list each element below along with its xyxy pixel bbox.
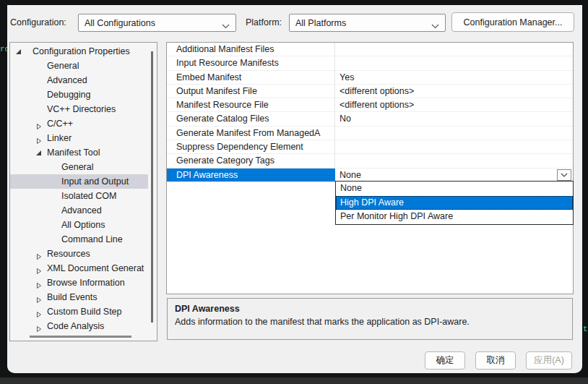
property-row[interactable]: Generate Category Tags [167, 154, 573, 168]
tree-item-resources[interactable]: Resources [10, 247, 148, 261]
property-value-dpi-awareness[interactable]: None [335, 168, 573, 182]
tree-item-label: Build Events [47, 292, 97, 302]
property-help-panel: DPI Awareness Adds information to the ma… [167, 298, 573, 340]
property-row[interactable]: Output Manifest File<different options> [167, 85, 573, 98]
ok-button-label: 确定 [436, 354, 454, 367]
property-value[interactable] [335, 140, 573, 153]
property-name: DPI Awareness [167, 168, 335, 182]
tree-item-build-events[interactable]: Build Events [10, 290, 148, 304]
property-value[interactable] [335, 56, 573, 69]
tree-item-command-line[interactable]: Command Line [10, 232, 148, 247]
tree-item-custom-build-step[interactable]: Custom Build Step [10, 304, 148, 319]
platform-dropdown-value: All Platforms [295, 18, 346, 28]
tree-item-label: Manifest Tool [47, 148, 100, 158]
dpi-awareness-dropdown-list: None High DPI Aware Per Monitor High DPI… [335, 181, 574, 225]
platform-dropdown[interactable]: All Platforms [289, 14, 446, 32]
configuration-label: Configuration: [10, 14, 66, 32]
help-description: Adds information to the manifest that ma… [175, 317, 565, 327]
background-taskbar-strip [0, 377, 588, 384]
tree-item-label: Custom Build Step [47, 307, 122, 317]
property-name: Generate Manifest From ManagedA [167, 127, 335, 140]
cancel-button-label: 取消 [487, 354, 505, 367]
tree-item-manifest-general[interactable]: General [10, 160, 148, 174]
tree-item-input-and-output[interactable]: Input and Output [10, 174, 148, 189]
tree-item-vcpp-directories[interactable]: VC++ Directories [10, 102, 148, 116]
property-grid: Additional Manifest Files Input Resource… [166, 42, 574, 294]
property-pages-dialog: Configuration: All Configurations Platfo… [7, 5, 582, 373]
value-dropdown-button[interactable] [557, 169, 571, 181]
apply-button-label: 应用(A) [534, 354, 564, 367]
property-value[interactable] [335, 43, 573, 56]
dropdown-option-none[interactable]: None [336, 182, 573, 196]
property-name: Additional Manifest Files [167, 43, 335, 56]
chevron-down-icon [222, 21, 230, 31]
configuration-manager-button-label: Configuration Manager... [464, 17, 563, 27]
tree-item-xml-document-generator[interactable]: XML Document Generat [10, 261, 148, 276]
configuration-dropdown[interactable]: All Configurations [78, 14, 236, 32]
tree-item-label: Isolated COM [61, 191, 116, 201]
tree-item-c-cpp[interactable]: C/C++ [10, 116, 148, 131]
property-value[interactable] [335, 127, 573, 140]
platform-label: Platform: [246, 14, 282, 32]
property-row[interactable]: Input Resource Manifests [167, 56, 573, 70]
property-row[interactable]: Suppress Dependency Element [167, 140, 573, 154]
property-row[interactable]: Generate Catalog FilesNo [167, 112, 573, 126]
chevron-down-icon [561, 173, 568, 177]
tree-item-label: VC++ Directories [47, 104, 116, 114]
tree-item-manifest-advanced[interactable]: Advanced [10, 203, 148, 218]
tree-item-label: C/C++ [47, 119, 73, 129]
tree-expanded-icon[interactable] [16, 49, 21, 54]
tree-item-advanced[interactable]: Advanced [10, 73, 148, 88]
tree-item-label: Browse Information [47, 278, 125, 288]
tree-item-label: General [47, 61, 79, 71]
tree-item-isolated-com[interactable]: Isolated COM [10, 189, 148, 203]
tree-item-label: Advanced [47, 75, 87, 85]
tree-item-label: All Options [61, 220, 105, 230]
dropdown-option-high-dpi-aware[interactable]: High DPI Aware [336, 196, 573, 210]
tree-item-general[interactable]: General [10, 59, 148, 73]
property-name: Generate Catalog Files [167, 112, 335, 125]
dpi-awareness-value: None [340, 170, 361, 180]
chevron-down-icon [431, 21, 439, 31]
tree-item-label: Input and Output [61, 176, 129, 187]
dropdown-option-per-monitor-high-dpi-aware[interactable]: Per Monitor High DPI Aware [336, 210, 573, 224]
tree-item-label: Debugging [47, 90, 90, 100]
property-value[interactable] [335, 154, 573, 167]
property-row[interactable]: Manifest Resource File<different options… [167, 98, 573, 112]
property-name: Suppress Dependency Element [167, 140, 335, 153]
property-value[interactable]: Yes [335, 71, 573, 84]
help-title: DPI Awareness [175, 304, 565, 314]
tree-item-label: Resources [47, 249, 90, 259]
tree-vertical-scrollbar[interactable] [151, 51, 153, 323]
tree-item-label: Code Analysis [47, 321, 104, 331]
tree-item-label: Linker [47, 133, 72, 143]
tree-item-manifest-tool[interactable]: Manifest Tool [10, 145, 148, 160]
configuration-dropdown-value: All Configurations [85, 18, 155, 28]
property-value[interactable]: No [335, 112, 573, 125]
property-value[interactable]: <different options> [335, 85, 573, 98]
tree-item-debugging[interactable]: Debugging [10, 88, 148, 102]
ok-button[interactable]: 确定 [425, 351, 465, 370]
tree-item-all-options[interactable]: All Options [10, 218, 148, 232]
configuration-tree: Configuration Properties General Advance… [9, 42, 157, 341]
property-row[interactable]: Additional Manifest Files [167, 43, 573, 56]
tree-item-label: XML Document Generat [47, 263, 144, 273]
tree-item-label: Command Line [61, 234, 123, 244]
tree-collapsed-icon[interactable] [36, 323, 42, 337]
configuration-manager-button[interactable]: Configuration Manager... [451, 12, 574, 32]
tree-item-label: General [61, 162, 93, 172]
tree-item-configuration-properties[interactable]: Configuration Properties [10, 44, 148, 59]
property-name: Manifest Resource File [167, 98, 335, 111]
tree-item-browse-information[interactable]: Browse Information [10, 276, 148, 290]
tree-expanded-icon[interactable] [36, 150, 41, 155]
tree-item-linker[interactable]: Linker [10, 131, 148, 145]
tree-item-code-analysis[interactable]: Code Analysis [10, 319, 148, 333]
property-name: Embed Manifest [167, 71, 335, 84]
property-row[interactable]: Embed ManifestYes [167, 71, 573, 85]
apply-button[interactable]: 应用(A) [526, 351, 572, 370]
cancel-button[interactable]: 取消 [475, 351, 516, 370]
tree-horizontal-scrollbar[interactable] [30, 336, 131, 338]
property-name: Generate Category Tags [167, 154, 335, 167]
property-row[interactable]: Generate Manifest From ManagedA [167, 127, 573, 140]
property-value[interactable]: <different options> [335, 98, 573, 111]
